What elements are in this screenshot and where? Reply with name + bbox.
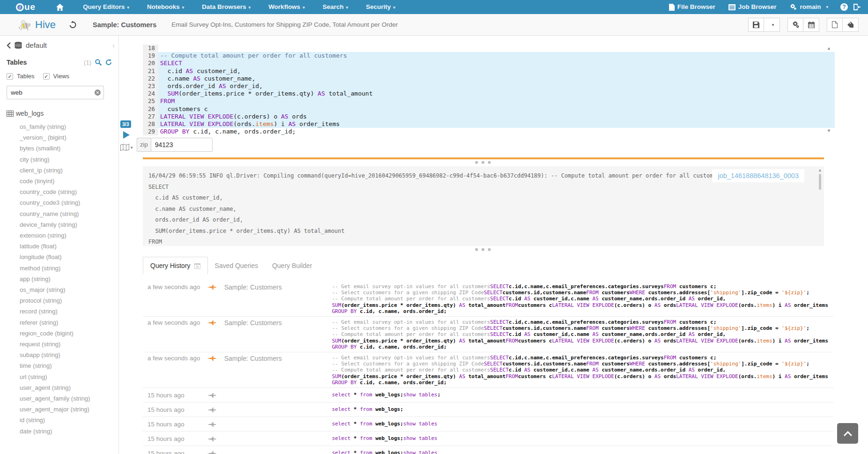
history-timestamp: a few seconds ago (143, 283, 207, 314)
sign-out-icon[interactable] (853, 4, 861, 10)
tab-saved-queries[interactable]: Saved Queries (208, 257, 265, 274)
column-item[interactable]: subapp (string) (7, 350, 118, 360)
history-row[interactable]: 15 hours agoselect * from web_logs;show … (143, 388, 833, 402)
column-item[interactable]: latitude (float) (7, 241, 118, 252)
column-item[interactable]: method (string) (7, 263, 118, 274)
column-item[interactable]: url (string) (7, 372, 118, 382)
tables-checkbox-label[interactable]: Tables (17, 73, 35, 80)
save-options-button[interactable]: ▾ (764, 18, 780, 32)
column-item[interactable]: os_family (string) (7, 121, 118, 132)
column-item[interactable]: region_code (bigint) (7, 328, 118, 339)
line-number: 25 (143, 97, 158, 105)
statement-counter-badge[interactable]: 3/3 (120, 120, 131, 128)
column-item[interactable]: user_agent_major (string) (7, 404, 118, 415)
column-item[interactable]: country_code (string) (7, 186, 118, 197)
variable-input[interactable] (151, 138, 213, 152)
column-item[interactable]: referer (string) (7, 317, 118, 328)
nav-menu-search[interactable]: Search▾ (314, 0, 357, 15)
column-item[interactable]: app (string) (7, 274, 118, 284)
nav-menu-security[interactable]: Security▾ (357, 0, 404, 15)
resize-handle[interactable]: ■ ■ ■ (143, 160, 824, 164)
views-checkbox[interactable]: ✓ (43, 73, 50, 80)
column-item[interactable]: id (string) (7, 415, 118, 425)
tab-query-history[interactable]: Query History (143, 257, 208, 274)
views-checkbox-label[interactable]: Views (53, 73, 69, 80)
refresh-icon[interactable] (105, 59, 112, 66)
query-history-undo-icon[interactable] (69, 21, 77, 29)
nav-menu-query-editors[interactable]: Query Editors▾ (74, 0, 138, 15)
document-description: Email Survey Opt-Ins, Customers for Ship… (171, 21, 397, 28)
tab-label: Query History (150, 262, 191, 269)
query-jet-gray-icon (207, 450, 224, 454)
file-browser-link[interactable]: File Browser (662, 0, 722, 14)
schedule-button[interactable] (803, 18, 819, 32)
column-item[interactable]: extension (string) (7, 230, 118, 241)
column-item[interactable]: device_family (string) (7, 219, 118, 230)
nav-menu-workflows[interactable]: Workflows▾ (259, 0, 314, 15)
nav-menu-data-browsers[interactable]: Data Browsers▾ (193, 0, 259, 15)
column-item[interactable]: city (string) (7, 154, 118, 165)
nav-menu-notebooks[interactable]: Notebooks▾ (138, 0, 193, 15)
log-line: c.name AS customer_name, (148, 204, 824, 215)
history-row[interactable]: 15 hours agoselect * from web_logs;show … (143, 417, 833, 432)
column-item[interactable]: protocol (string) (7, 295, 118, 306)
collapse-panel-icon[interactable]: ‹ (112, 41, 115, 49)
history-row[interactable]: 15 hours agoselect * from web_logs;show … (143, 446, 833, 454)
home-icon[interactable] (56, 4, 64, 11)
clear-search-icon[interactable]: ✕ (95, 89, 101, 96)
database-name[interactable]: default (26, 41, 47, 49)
column-item[interactable]: os_major (string) (7, 284, 118, 295)
column-item[interactable]: country_name (string) (7, 208, 118, 219)
editor-scroll-down-icon[interactable]: ▼ (827, 128, 831, 133)
history-row[interactable]: a few seconds agoSample: Customers-- Get… (143, 281, 833, 317)
new-query-button[interactable] (827, 18, 843, 32)
query-jet-icon (207, 319, 224, 350)
job-link[interactable]: job_1461888648136_0003 (718, 172, 799, 179)
column-item[interactable]: bytes (smallint) (7, 143, 118, 154)
help-button[interactable]: ? (840, 3, 848, 11)
settings-button[interactable] (787, 18, 803, 32)
column-item[interactable]: record (string) (7, 306, 118, 317)
scroll-to-top-button[interactable] (837, 423, 858, 444)
table-item[interactable]: web_logs (7, 110, 118, 117)
column-item[interactable]: _version_ (bigint) (7, 132, 118, 143)
scrollbar-thumb[interactable] (819, 174, 821, 190)
history-query-line: -- Get email survey opt-in values for al… (332, 319, 833, 325)
save-button[interactable] (748, 18, 764, 32)
chevron-down-icon: ▾ (826, 0, 828, 14)
table-search-input[interactable] (7, 86, 104, 99)
column-item[interactable]: code (tinyint) (7, 176, 118, 186)
column-item[interactable]: client_ip (string) (7, 165, 118, 176)
job-browser-link[interactable]: Job Browser (722, 0, 783, 14)
column-item[interactable]: date (string) (7, 426, 118, 437)
history-row[interactable]: 15 hours agoselect * from web_logs;show … (143, 432, 833, 446)
functions-button[interactable]: ▾ (120, 144, 133, 151)
column-item[interactable]: user_agent (string) (7, 382, 118, 393)
query-jet-icon (207, 355, 224, 386)
table-filters: ✓ Tables ✓ Views (7, 73, 118, 80)
search-icon[interactable] (95, 59, 102, 66)
history-row[interactable]: a few seconds agoSample: Customers-- Get… (143, 317, 833, 352)
column-item[interactable]: request (string) (7, 339, 118, 350)
tab-query-builder[interactable]: Query Builder (265, 257, 319, 274)
clear-history-icon[interactable] (194, 263, 200, 269)
tags-button[interactable] (843, 18, 859, 32)
result-tabs: Query History Saved Queries Query Builde… (143, 256, 319, 274)
column-item[interactable]: user_agent_family (string) (7, 393, 118, 404)
history-query-line: select * from web_logs;show tables (332, 421, 833, 427)
column-item[interactable]: longitude (float) (7, 252, 118, 262)
user-menu[interactable]: romain ▾ (783, 0, 835, 14)
code-editor[interactable]: 1819-- Compute total amount per order fo… (143, 45, 835, 135)
scroll-up-icon[interactable]: ▲ (817, 168, 823, 172)
history-row[interactable]: a few seconds agoSample: Customers-- Get… (143, 352, 833, 388)
editor-scroll-up-icon[interactable]: ▲ (827, 46, 831, 51)
column-item[interactable]: time (string) (7, 360, 118, 371)
history-row[interactable]: 15 hours agoselect * from web_logs; (143, 402, 833, 417)
back-icon[interactable] (7, 42, 11, 49)
tables-checkbox[interactable]: ✓ (7, 73, 13, 80)
resize-handle[interactable]: ■ ■ ■ (143, 247, 824, 251)
execute-button[interactable] (123, 131, 130, 139)
column-item[interactable]: country_code3 (string) (7, 197, 118, 208)
log-scrollbar[interactable]: ▲ (817, 168, 823, 245)
hue-logo[interactable]: ue (16, 2, 36, 12)
